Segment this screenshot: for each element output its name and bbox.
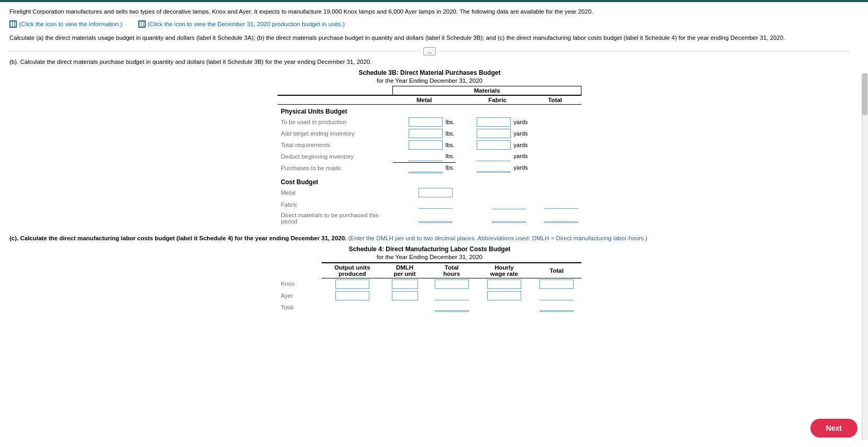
knox-total-input[interactable] <box>540 280 574 289</box>
col-metal-header: Metal <box>393 95 456 105</box>
to-be-used-fabric-input[interactable] <box>477 117 511 127</box>
schedule-3b-table: Materials Metal Fabric Total Physical Un… <box>278 86 581 226</box>
intro-text: Firelight Corporation manufactures and s… <box>9 7 850 16</box>
content-area: Firelight Corporation manufactures and s… <box>0 2 859 355</box>
to-be-used-label: To be used in production <box>278 116 393 128</box>
sched4-total-header: Total <box>532 263 581 278</box>
intro-paragraph: Firelight Corporation manufactures and s… <box>9 8 593 15</box>
metal-cost-input[interactable] <box>419 188 453 197</box>
deduct-begin-fabric-input[interactable] <box>477 152 511 161</box>
total-hours-input[interactable] <box>435 303 469 312</box>
total-label: Total <box>278 301 322 313</box>
col-fabric-header: Fabric <box>466 95 529 105</box>
task-paragraph: Calculate (a) the direct materials usage… <box>9 35 785 41</box>
sched4-output-header: Output units produced <box>322 263 382 278</box>
metal-unit-1: lbs. <box>446 119 455 125</box>
direct-mat-fabric-input[interactable] <box>492 214 526 223</box>
knox-totalhours-input[interactable] <box>435 280 469 289</box>
col-total-header: Total <box>529 95 581 105</box>
schedule-4-subtitle: for the Year Ending December 31, 2020 <box>9 254 850 260</box>
section-c-text-main: (c). Calculate the direct manufacturing … <box>9 235 347 241</box>
section-c-note: (Enter the DMLH per unit to two decimal … <box>348 235 647 241</box>
physical-units-label: Physical Units Budget <box>278 104 393 116</box>
metal-unit-2: lbs. <box>446 130 455 137</box>
schedule-3b-subtitle: for the Year Ending December 31, 2020 <box>9 77 850 84</box>
deduct-begin-metal-input[interactable] <box>409 152 443 161</box>
ayer-label: Ayer <box>278 290 322 301</box>
total-row: Total <box>278 301 581 313</box>
add-target-fabric-input[interactable] <box>477 129 511 138</box>
links-row: (Click the icon to view the information.… <box>9 20 850 28</box>
knox-dmlh-input[interactable] <box>392 280 418 289</box>
fabric-unit-4: yards <box>514 153 528 159</box>
purchases-fabric-input[interactable] <box>477 163 511 173</box>
budget-link[interactable]: (Click the icon to view the December 31,… <box>138 20 345 28</box>
purchases-label: Purchases to be made <box>278 162 393 174</box>
purchases-metal-input[interactable] <box>409 164 443 173</box>
section-c-label: (c). Calculate the direct manufacturing … <box>9 235 850 241</box>
total-req-label: Total requirements <box>278 139 393 151</box>
direct-mat-total-input[interactable] <box>544 214 578 223</box>
schedule-4-table: Output units produced DMLH per unit Tota… <box>278 262 581 313</box>
fabric-cost-input[interactable] <box>492 200 526 209</box>
divider-button[interactable]: ... <box>423 47 435 55</box>
section-b-text: (b). Calculate the direct materials purc… <box>9 59 372 65</box>
scrollbar[interactable] <box>862 73 868 440</box>
scrollbar-thumb[interactable] <box>862 73 867 115</box>
fabric-unit-3: yards <box>514 142 528 148</box>
knox-output-input[interactable] <box>335 280 369 289</box>
metal-unit-5: lbs. <box>446 164 455 171</box>
schedule-3b-title: Schedule 3B: Direct Material Purchases B… <box>9 69 850 76</box>
sched4-totalhours-header: Total hours <box>427 263 477 278</box>
sched4-dmlh-header: DMLH per unit <box>382 263 426 278</box>
metal-unit-3: lbs. <box>446 142 455 148</box>
metal-unit-4: lbs. <box>446 153 455 159</box>
grid-icon-1 <box>9 20 17 28</box>
direct-mat-metal-input[interactable] <box>419 214 453 223</box>
next-button[interactable]: Next <box>810 419 858 438</box>
fabric-cost-label: Fabric <box>278 198 393 211</box>
ayer-dmlh-input[interactable] <box>392 291 418 300</box>
fabric-unit-2: yards <box>514 130 528 137</box>
divider-right <box>439 51 850 51</box>
info-link[interactable]: (Click the icon to view the information.… <box>9 20 123 28</box>
deduct-begin-label: Deduct beginning inventory <box>278 151 393 163</box>
fabric-unit-1: yards <box>514 119 528 125</box>
direct-materials-label: Direct materials to be purchased this pe… <box>278 211 393 226</box>
ayer-totalhours-input[interactable] <box>435 291 469 300</box>
to-be-used-metal-input[interactable] <box>409 117 443 127</box>
ayer-wagerate-input[interactable] <box>487 291 521 300</box>
knox-wagerate-input[interactable] <box>487 280 521 289</box>
grid-icon-2 <box>138 20 146 28</box>
add-target-label: Add target ending inventory <box>278 128 393 139</box>
task-text: Calculate (a) the direct materials usage… <box>9 33 850 42</box>
total-req-fabric-input[interactable] <box>477 140 511 150</box>
section-b-label: (b). Calculate the direct materials purc… <box>9 59 850 65</box>
ayer-row: Ayer <box>278 290 581 301</box>
total-total-input[interactable] <box>540 303 574 312</box>
cost-budget-label: Cost Budget <box>278 174 393 187</box>
link2-text: (Click the icon to view the December 31,… <box>148 21 345 27</box>
schedule-4-title: Schedule 4: Direct Manufacturing Labor C… <box>9 245 850 253</box>
ayer-output-input[interactable] <box>335 291 369 300</box>
metal-cost-label: Metal <box>278 187 393 198</box>
knox-row: Knox <box>278 278 581 290</box>
materials-header: Materials <box>393 86 581 95</box>
link1-text: (Click the icon to view the information.… <box>19 21 123 27</box>
divider-left <box>9 51 420 51</box>
fabric-unit-5: yards <box>514 164 528 171</box>
total-req-metal-input[interactable] <box>409 140 443 150</box>
sched4-hourly-header: Hourly wage rate <box>477 263 532 278</box>
knox-label: Knox <box>278 278 322 290</box>
ayer-total-input[interactable] <box>540 291 574 300</box>
divider: ... <box>9 47 850 55</box>
add-target-metal-input[interactable] <box>409 129 443 138</box>
